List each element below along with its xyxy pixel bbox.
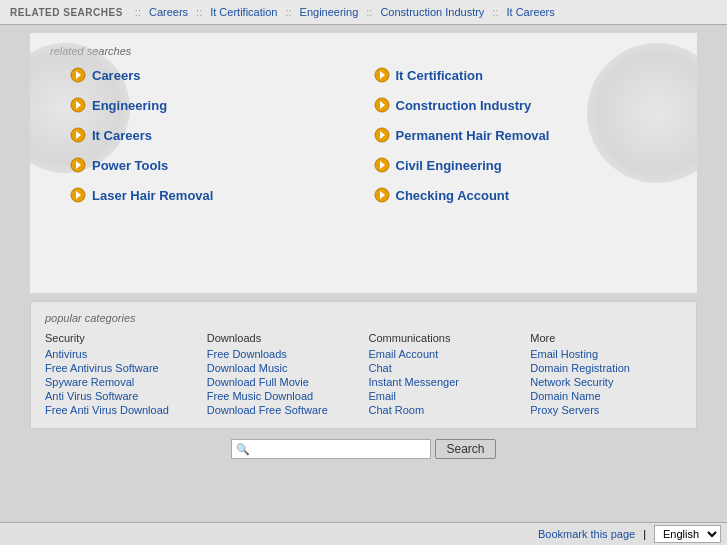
bottom-status-bar: Bookmark this page | English bbox=[0, 522, 727, 545]
link-email-hosting[interactable]: Email Hosting bbox=[530, 348, 682, 360]
related-link-permanent-hair-removal[interactable]: Permanent Hair Removal bbox=[396, 128, 550, 143]
related-link-engineering[interactable]: Engineering bbox=[92, 98, 167, 113]
link-chat[interactable]: Chat bbox=[369, 362, 521, 374]
link-email-account[interactable]: Email Account bbox=[369, 348, 521, 360]
related-link-laser-hair-removal[interactable]: Laser Hair Removal bbox=[92, 188, 213, 203]
categories-grid: Security Antivirus Free Antivirus Softwa… bbox=[45, 332, 682, 418]
arrow-icon bbox=[70, 127, 86, 143]
link-proxy-servers[interactable]: Proxy Servers bbox=[530, 404, 682, 416]
search-glass-icon: 🔍 bbox=[236, 443, 250, 456]
security-header: Security bbox=[45, 332, 197, 344]
category-communications: Communications Email Account Chat Instan… bbox=[369, 332, 521, 418]
arrow-icon bbox=[70, 157, 86, 173]
search-bar: 🔍 Search bbox=[0, 429, 727, 467]
arrow-icon bbox=[374, 157, 390, 173]
link-download-music[interactable]: Download Music bbox=[207, 362, 359, 374]
topnav-link-2[interactable]: It Certification bbox=[210, 6, 277, 18]
downloads-header: Downloads bbox=[207, 332, 359, 344]
list-item: It Certification bbox=[374, 67, 658, 83]
related-link-civil-engineering[interactable]: Civil Engineering bbox=[396, 158, 502, 173]
communications-header: Communications bbox=[369, 332, 521, 344]
arrow-icon bbox=[374, 97, 390, 113]
link-download-full-movie[interactable]: Download Full Movie bbox=[207, 376, 359, 388]
link-domain-registration[interactable]: Domain Registration bbox=[530, 362, 682, 374]
search-button[interactable]: Search bbox=[435, 439, 495, 459]
category-more: More Email Hosting Domain Registration N… bbox=[530, 332, 682, 418]
bookmark-link[interactable]: Bookmark this page bbox=[538, 528, 635, 540]
list-item: Construction Industry bbox=[374, 97, 658, 113]
topnav-link-4[interactable]: Construction Industry bbox=[380, 6, 484, 18]
search-input-wrapper: 🔍 bbox=[231, 439, 431, 459]
arrow-icon bbox=[374, 127, 390, 143]
link-domain-name[interactable]: Domain Name bbox=[530, 390, 682, 402]
arrow-icon bbox=[374, 187, 390, 203]
related-link-power-tools[interactable]: Power Tools bbox=[92, 158, 168, 173]
list-item: Laser Hair Removal bbox=[70, 187, 354, 203]
related-link-construction-industry[interactable]: Construction Industry bbox=[396, 98, 532, 113]
main-content: related searches Careers bbox=[0, 25, 727, 522]
related-link-careers[interactable]: Careers bbox=[92, 68, 140, 83]
language-selector[interactable]: English bbox=[654, 525, 721, 543]
related-searches-section: related searches Careers bbox=[30, 33, 697, 293]
arrow-icon bbox=[70, 187, 86, 203]
link-free-antivirus[interactable]: Free Antivirus Software bbox=[45, 362, 197, 374]
popular-categories-title: popular categories bbox=[45, 312, 682, 324]
list-item: It Careers bbox=[70, 127, 354, 143]
list-item: Checking Account bbox=[374, 187, 658, 203]
topnav-link-1[interactable]: Careers bbox=[149, 6, 188, 18]
popular-categories-section: popular categories Security Antivirus Fr… bbox=[30, 301, 697, 429]
list-item: Civil Engineering bbox=[374, 157, 658, 173]
category-security: Security Antivirus Free Antivirus Softwa… bbox=[45, 332, 197, 418]
list-item: Permanent Hair Removal bbox=[374, 127, 658, 143]
topnav-link-3[interactable]: Engineering bbox=[300, 6, 359, 18]
link-download-free-software[interactable]: Download Free Software bbox=[207, 404, 359, 416]
link-free-music-download[interactable]: Free Music Download bbox=[207, 390, 359, 402]
link-email[interactable]: Email bbox=[369, 390, 521, 402]
list-item: Power Tools bbox=[70, 157, 354, 173]
related-searches-label: RELATED SEARCHES bbox=[10, 7, 123, 18]
link-instant-messenger[interactable]: Instant Messenger bbox=[369, 376, 521, 388]
category-downloads: Downloads Free Downloads Download Music … bbox=[207, 332, 359, 418]
search-input[interactable] bbox=[253, 442, 413, 456]
list-item: Engineering bbox=[70, 97, 354, 113]
top-nav-bar: RELATED SEARCHES :: Careers :: It Certif… bbox=[0, 0, 727, 25]
related-searches-title: related searches bbox=[50, 45, 677, 57]
link-antivirus[interactable]: Antivirus bbox=[45, 348, 197, 360]
related-link-it-certification[interactable]: It Certification bbox=[396, 68, 483, 83]
related-link-checking-account[interactable]: Checking Account bbox=[396, 188, 510, 203]
link-network-security[interactable]: Network Security bbox=[530, 376, 682, 388]
link-anti-virus-software[interactable]: Anti Virus Software bbox=[45, 390, 197, 402]
arrow-icon bbox=[70, 97, 86, 113]
link-chat-room[interactable]: Chat Room bbox=[369, 404, 521, 416]
link-free-downloads[interactable]: Free Downloads bbox=[207, 348, 359, 360]
more-header: More bbox=[530, 332, 682, 344]
related-link-it-careers[interactable]: It Careers bbox=[92, 128, 152, 143]
link-free-anti-virus-download[interactable]: Free Anti Virus Download bbox=[45, 404, 197, 416]
separator: | bbox=[643, 528, 646, 540]
topnav-link-5[interactable]: It Careers bbox=[506, 6, 554, 18]
arrow-icon bbox=[70, 67, 86, 83]
list-item: Careers bbox=[70, 67, 354, 83]
related-links-grid: Careers It Certification bbox=[50, 67, 677, 203]
link-spyware-removal[interactable]: Spyware Removal bbox=[45, 376, 197, 388]
arrow-icon bbox=[374, 67, 390, 83]
